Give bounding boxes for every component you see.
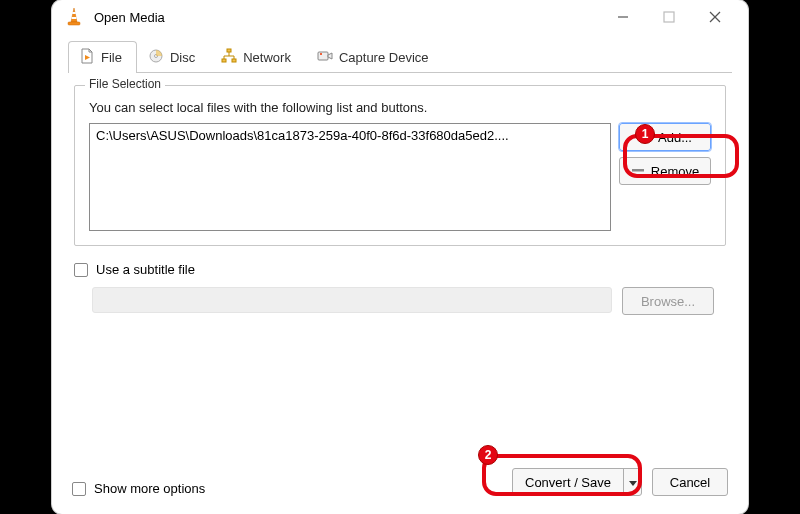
svg-rect-11: [227, 49, 231, 52]
svg-rect-2: [72, 17, 77, 19]
open-media-dialog: Open Media File Disc Networ: [52, 0, 748, 514]
svg-rect-3: [68, 22, 80, 25]
tab-disc[interactable]: Disc: [137, 41, 210, 73]
svg-rect-12: [222, 59, 226, 62]
subtitle-checkbox[interactable]: [74, 263, 88, 277]
tab-network[interactable]: Network: [210, 41, 306, 73]
capture-icon: [317, 48, 333, 67]
file-selection-legend: File Selection: [85, 77, 165, 91]
svg-marker-0: [71, 8, 77, 22]
convert-save-button[interactable]: Convert / Save: [512, 468, 642, 496]
tab-network-label: Network: [243, 50, 291, 65]
minus-icon: [631, 163, 645, 180]
svg-marker-15: [328, 53, 332, 59]
subtitle-row: Use a subtitle file: [74, 262, 726, 277]
browse-button-label: Browse...: [641, 294, 695, 309]
tab-capture-label: Capture Device: [339, 50, 429, 65]
plus-icon: [638, 129, 652, 146]
browse-button: Browse...: [622, 287, 714, 315]
convert-save-label[interactable]: Convert / Save: [513, 469, 623, 495]
svg-marker-20: [629, 481, 637, 486]
svg-rect-5: [664, 12, 674, 22]
chevron-down-icon: [629, 473, 637, 491]
more-options-label: Show more options: [94, 481, 205, 496]
tab-capture[interactable]: Capture Device: [306, 41, 444, 73]
cancel-button[interactable]: Cancel: [652, 468, 728, 496]
add-button-label: Add...: [658, 130, 692, 145]
subtitle-checkbox-label: Use a subtitle file: [96, 262, 195, 277]
cancel-button-label: Cancel: [670, 475, 710, 490]
remove-button-label: Remove: [651, 164, 699, 179]
svg-rect-14: [318, 52, 328, 60]
svg-point-16: [320, 53, 322, 55]
network-icon: [221, 48, 237, 67]
minimize-button[interactable]: [600, 2, 646, 32]
file-selection-hint: You can select local files with the foll…: [89, 100, 711, 115]
svg-rect-1: [72, 12, 76, 14]
subtitle-path-field: [92, 287, 612, 313]
convert-save-dropdown[interactable]: [623, 469, 641, 495]
tab-bar: File Disc Network Capture Device: [68, 40, 732, 73]
titlebar: Open Media: [52, 0, 748, 34]
close-button[interactable]: [692, 2, 738, 32]
file-list-item[interactable]: C:\Users\ASUS\Downloads\81ca1873-259a-40…: [96, 128, 509, 143]
vlc-cone-icon: [64, 7, 84, 27]
add-button[interactable]: Add...: [619, 123, 711, 151]
maximize-button[interactable]: [646, 2, 692, 32]
svg-rect-13: [232, 59, 236, 62]
remove-button[interactable]: Remove: [619, 157, 711, 185]
tab-file[interactable]: File: [68, 41, 137, 73]
file-list[interactable]: C:\Users\ASUS\Downloads\81ca1873-259a-40…: [89, 123, 611, 231]
tab-file-label: File: [101, 50, 122, 65]
dialog-footer: Show more options Convert / Save Cancel: [52, 458, 748, 514]
window-title: Open Media: [94, 10, 600, 25]
tab-disc-label: Disc: [170, 50, 195, 65]
file-icon: [79, 48, 95, 67]
file-selection-group: File Selection You can select local file…: [74, 85, 726, 246]
disc-icon: [148, 48, 164, 67]
svg-rect-19: [632, 169, 644, 172]
more-options-checkbox[interactable]: [72, 482, 86, 496]
svg-rect-18: [639, 135, 651, 137]
